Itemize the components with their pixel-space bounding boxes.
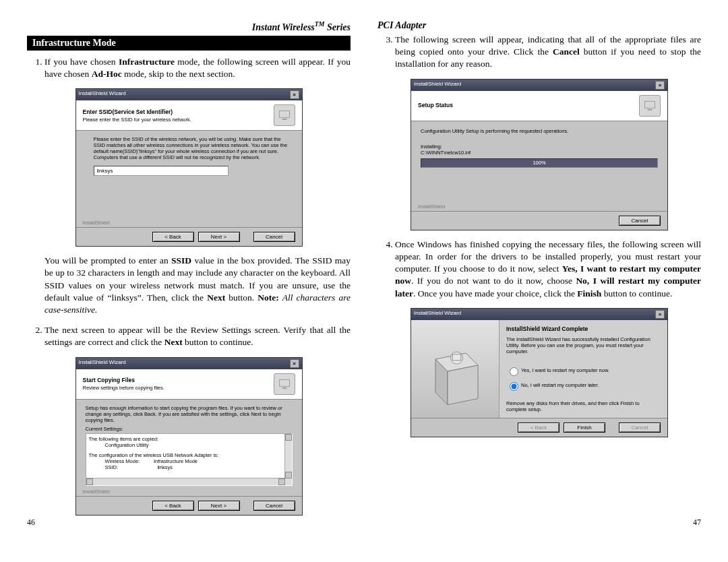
installshield-label: InstallShield	[411, 202, 667, 211]
wizard-setup-status: InstallShield Wizard × Setup Status Conf…	[411, 79, 668, 230]
page-number: 46	[27, 518, 35, 528]
step-3: The following screen will appear, indica…	[395, 34, 701, 71]
remove-disks-text: Remove any disks from their drives, and …	[506, 400, 661, 412]
step-4: Once Windows has finished copying the ne…	[395, 239, 701, 300]
page-header-right: PCI Adapter	[377, 20, 701, 31]
install-path: C:\WINNT\netcw10.inf	[421, 150, 658, 156]
page-number: 47	[693, 518, 701, 528]
step-2: The next screen to appear will be the Re…	[44, 324, 351, 348]
wizard-subheading: Please enter the SSID for your wireless …	[83, 117, 268, 123]
wizard-copy-files: InstallShield Wizard × Start Copying Fil…	[75, 357, 303, 516]
cancel-button[interactable]: Cancel	[253, 232, 295, 242]
svg-marker-8	[448, 365, 478, 405]
svg-rect-4	[645, 101, 655, 108]
radio-restart-later[interactable]: No, I will restart my computer later.	[506, 380, 661, 391]
settings-box: The following items are copied: Configur…	[86, 433, 293, 486]
radio-restart-now[interactable]: Yes, I want to restart my computer now.	[506, 365, 661, 376]
installshield-label: InstallShield	[76, 218, 302, 227]
wizard-subheading: Review settings before copying files.	[83, 385, 268, 391]
ssid-input[interactable]: linksys	[94, 166, 229, 176]
cancel-button[interactable]: Cancel	[619, 216, 661, 226]
svg-rect-3	[282, 387, 286, 389]
section-heading: Infrastructure Mode	[27, 36, 351, 51]
progress-bar: 100%	[421, 158, 658, 168]
back-button[interactable]: < Back	[152, 501, 194, 511]
close-icon[interactable]: ×	[290, 90, 299, 99]
installing-label: Installing:	[421, 144, 658, 150]
cancel-button: Cancel	[619, 423, 661, 433]
wizard-heading: Start Copying Files	[83, 377, 268, 383]
wizard-heading: Enter SSID(Service Set Identifier)	[83, 108, 268, 115]
status-text: Configuration Utility Setup is performin…	[421, 128, 658, 134]
close-icon[interactable]: ×	[655, 310, 665, 319]
wizard-sidebar-graphic	[411, 320, 499, 418]
wizard-body-text: The InstallShield Wizard has successfull…	[506, 336, 661, 354]
back-button[interactable]: < Back	[152, 232, 194, 242]
next-button[interactable]: Next >	[198, 501, 240, 511]
svg-rect-1	[282, 119, 286, 120]
svg-rect-5	[648, 109, 653, 111]
svg-rect-0	[279, 111, 289, 117]
computer-icon	[274, 373, 295, 395]
close-icon[interactable]: ×	[655, 81, 665, 90]
computer-icon	[639, 95, 661, 117]
cancel-button[interactable]: Cancel	[253, 501, 295, 511]
finish-button[interactable]: Finish	[564, 423, 605, 433]
wizard-titlebar: InstallShield Wizard ×	[76, 89, 302, 100]
current-settings-label: Current Settings:	[86, 426, 293, 432]
next-button[interactable]: Next >	[198, 232, 240, 242]
wizard-heading: InstallShield Wizard Complete	[506, 325, 661, 332]
wizard-complete: InstallShield Wizard ×	[411, 308, 668, 437]
wizard-heading: Setup Status	[418, 102, 634, 108]
svg-rect-2	[279, 379, 289, 386]
computer-icon	[274, 104, 295, 126]
close-icon[interactable]: ×	[290, 359, 299, 368]
installshield-label: InstallShield	[76, 487, 302, 496]
wizard-body-text: Please enter the SSID of the wireless ne…	[94, 136, 293, 160]
wizard-body-text: Setup has enough information to start co…	[86, 405, 293, 423]
ssid-paragraph: You will be prompted to enter an SSID va…	[44, 255, 351, 316]
back-button: < Back	[518, 423, 559, 433]
step-1: If you have chosen Infrastructure mode, …	[44, 56, 351, 80]
wizard-ssid: InstallShield Wizard × Enter SSID(Servic…	[75, 88, 303, 247]
page-header-left: Instant WirelessTM Series	[27, 20, 351, 33]
